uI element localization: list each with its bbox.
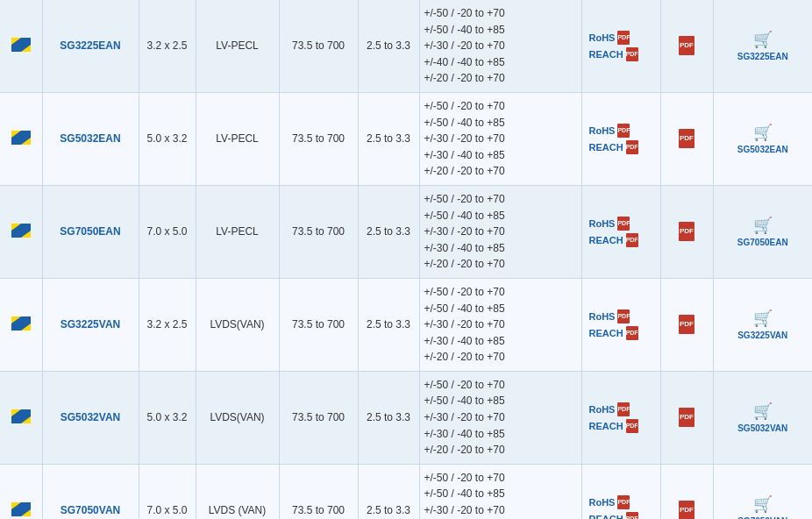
part-number-cell[interactable]: SG7050EAN [42,185,139,278]
cart-icon: 🛒 [753,309,773,328]
add-to-cart-button[interactable]: 🛒 SG7050EAN [737,216,788,247]
datasheet-pdf-icon[interactable]: PDF [679,501,694,519]
cart-cell[interactable]: 🛒 SG3225VAN [713,278,812,371]
temperature-entry: +/-30 / -20 to +70 [424,224,577,240]
cart-icon: 🛒 [753,30,773,49]
temperature-entry: +/-50 / -40 to +85 [424,393,577,409]
rohs-pdf-icon[interactable]: PDF [617,402,630,416]
temperature-entry: +/-50 / -20 to +70 [424,191,577,208]
flag-cell [0,0,42,92]
datasheet-cell[interactable]: PDF [660,92,713,185]
datasheet-pdf-icon[interactable]: PDF [679,222,694,241]
part-number-link[interactable]: SG7050EAN [60,225,120,238]
part-number-link[interactable]: SG5032VAN [61,411,120,423]
datasheet-cell[interactable]: PDF [660,464,713,519]
reach-label[interactable]: REACHPDF [589,326,638,340]
rohs-pdf-icon[interactable]: PDF [617,495,630,509]
flag-cell [0,278,42,371]
part-number-cell[interactable]: SG7050VAN [42,464,139,519]
cart-cell[interactable]: 🛒 SG7050VAN [713,464,812,519]
part-number-link[interactable]: SG5032EAN [60,132,120,145]
temperature-entry: +/-20 / -20 to +70 [424,163,577,180]
datasheet-pdf-icon[interactable]: PDF [679,36,694,55]
cart-label: SG3225VAN [737,331,787,340]
frequency-cell: 73.5 to 700 [279,278,358,371]
rohs-label[interactable]: RoHSPDF [589,31,630,45]
temperature-entry: +/-20 / -20 to +70 [424,256,577,273]
add-to-cart-button[interactable]: 🛒 SG5032EAN [737,123,788,154]
temperature-entry: +/-40 / -40 to +85 [424,54,577,71]
temperature-entry: +/-30 / -40 to +85 [424,426,577,443]
rohs-label[interactable]: RoHSPDF [589,309,630,323]
part-number-cell[interactable]: SG3225VAN [42,278,139,371]
cart-label: SG5032EAN [737,145,788,154]
cart-icon: 🛒 [753,216,773,235]
part-number-cell[interactable]: SG3225EAN [42,0,139,92]
datasheet-cell[interactable]: PDF [660,0,713,92]
reach-label[interactable]: REACHPDF [589,47,638,61]
add-to-cart-button[interactable]: 🛒 SG5032VAN [737,402,787,433]
temperature-entry: +/-50 / -40 to +85 [424,22,577,39]
rohs-pdf-icon[interactable]: PDF [617,217,630,231]
cart-label: SG7050EAN [737,238,788,247]
cart-cell[interactable]: 🛒 SG3225EAN [713,0,812,92]
datasheet-pdf-icon[interactable]: PDF [679,129,694,148]
compliance-cell: RoHSPDF REACHPDF [581,464,660,519]
temperature-entry: +/-20 / -20 to +70 [424,349,577,366]
table-row: SG5032EAN5.0 x 3.2LV-PECL73.5 to 7002.5 … [0,92,812,185]
datasheet-cell[interactable]: PDF [660,371,713,464]
compliance-cell: RoHSPDF REACHPDF [581,92,660,185]
flag-icon [11,38,31,52]
size-cell: 3.2 x 2.5 [139,278,196,371]
flag-cell [0,92,42,185]
reach-pdf-icon[interactable]: PDF [626,326,638,340]
reach-pdf-icon[interactable]: PDF [626,140,638,154]
flag-icon [11,316,31,331]
part-number-link[interactable]: SG3225EAN [60,39,120,52]
rohs-pdf-icon[interactable]: PDF [617,124,630,138]
reach-pdf-icon[interactable]: PDF [626,47,638,61]
reach-pdf-icon[interactable]: PDF [626,512,638,519]
table-row: SG7050VAN7.0 x 5.0LVDS (VAN)73.5 to 7002… [0,464,812,519]
size-cell: 7.0 x 5.0 [139,185,196,278]
part-number-link[interactable]: SG3225VAN [61,318,120,331]
datasheet-cell[interactable]: PDF [660,278,713,371]
reach-label[interactable]: REACHPDF [589,140,638,154]
cart-cell[interactable]: 🛒 SG7050EAN [713,185,812,278]
voltage-cell: 2.5 to 3.3 [358,464,419,519]
temperature-entry: +/-50 / -40 to +85 [424,208,577,224]
rohs-label[interactable]: RoHSPDF [589,217,630,231]
temperature-entry: +/-50 / -20 to +70 [424,98,577,115]
temperature-cell: +/-50 / -20 to +70+/-50 / -40 to +85+/-3… [419,464,581,519]
size-cell: 7.0 x 5.0 [139,464,196,519]
reach-label[interactable]: REACHPDF [589,512,638,519]
part-number-cell[interactable]: SG5032EAN [42,92,139,185]
table-row: SG7050EAN7.0 x 5.0LV-PECL73.5 to 7002.5 … [0,185,812,278]
part-number-cell[interactable]: SG5032VAN [42,371,139,464]
temperature-entry: +/-30 / -20 to +70 [424,38,577,54]
reach-label[interactable]: REACHPDF [589,419,638,433]
add-to-cart-button[interactable]: 🛒 SG3225VAN [737,309,787,340]
temperature-entry: +/-30 / -20 to +70 [424,502,577,519]
cart-cell[interactable]: 🛒 SG5032VAN [713,371,812,464]
datasheet-pdf-icon[interactable]: PDF [679,408,694,427]
part-number-link[interactable]: SG7050VAN [61,504,120,516]
rohs-pdf-icon[interactable]: PDF [617,31,630,45]
datasheet-pdf-icon[interactable]: PDF [679,315,694,334]
rohs-pdf-icon[interactable]: PDF [617,309,630,323]
product-table: SG3225EAN3.2 x 2.5LV-PECL73.5 to 7002.5 … [0,0,812,519]
rohs-label[interactable]: RoHSPDF [589,402,630,416]
rohs-label[interactable]: RoHSPDF [589,124,630,138]
temperature-entry: +/-20 / -20 to +70 [424,442,577,459]
temperature-entry: +/-50 / -20 to +70 [424,470,577,487]
add-to-cart-button[interactable]: 🛒 SG3225EAN [737,30,788,61]
rohs-label[interactable]: RoHSPDF [589,495,630,509]
cart-cell[interactable]: 🛒 SG5032EAN [713,92,812,185]
temperature-cell: +/-50 / -20 to +70+/-50 / -40 to +85+/-3… [419,371,581,464]
flag-cell [0,371,42,464]
add-to-cart-button[interactable]: 🛒 SG7050VAN [737,494,787,519]
reach-pdf-icon[interactable]: PDF [626,419,638,433]
datasheet-cell[interactable]: PDF [660,185,713,278]
reach-label[interactable]: REACHPDF [589,233,638,247]
reach-pdf-icon[interactable]: PDF [626,233,638,247]
